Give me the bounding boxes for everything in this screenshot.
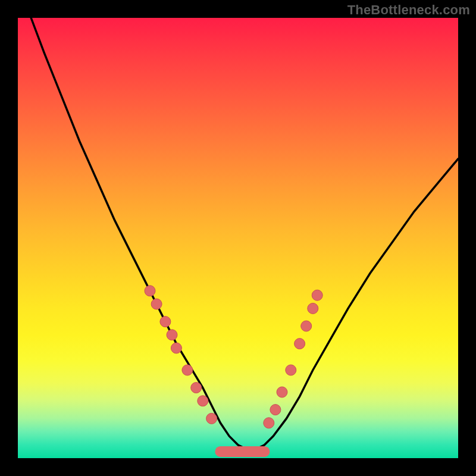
chart-frame: TheBottleneck.com <box>0 0 476 476</box>
data-point <box>206 413 217 424</box>
watermark-text: TheBottleneck.com <box>347 2 470 18</box>
data-point <box>308 303 318 314</box>
data-point <box>312 290 322 300</box>
data-point <box>301 321 312 331</box>
data-point <box>182 365 193 375</box>
bottleneck-curve <box>31 18 458 449</box>
data-point <box>167 330 177 340</box>
data-point <box>198 396 208 406</box>
data-point <box>295 339 305 349</box>
curve-layer <box>18 18 458 458</box>
plot-area <box>18 18 458 458</box>
data-point <box>264 418 274 428</box>
data-point <box>145 286 155 296</box>
data-point <box>171 343 181 353</box>
data-point <box>286 365 296 375</box>
data-point <box>270 405 281 415</box>
data-point <box>191 383 202 393</box>
data-point <box>277 387 287 397</box>
data-points-group <box>145 286 322 428</box>
data-point <box>151 299 162 309</box>
data-point <box>160 317 171 327</box>
